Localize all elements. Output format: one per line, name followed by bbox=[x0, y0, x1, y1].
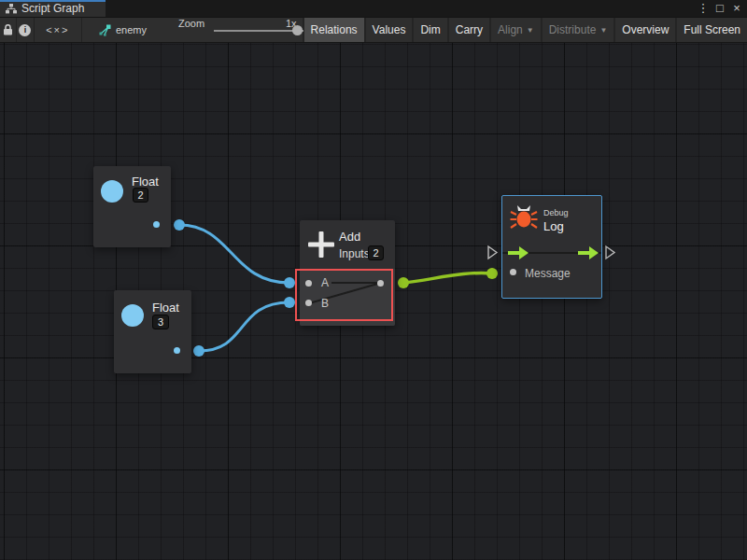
flow-in-arrow-icon[interactable] bbox=[507, 245, 529, 260]
maximize-icon[interactable]: □ bbox=[713, 0, 726, 17]
button-label: Distribute bbox=[549, 23, 597, 36]
relations-button[interactable]: Relations bbox=[303, 18, 364, 42]
graph-name: enemy bbox=[116, 24, 147, 35]
zoom-label: Zoom bbox=[178, 18, 204, 42]
dropdown-arrow-icon: ▼ bbox=[527, 26, 534, 35]
zoom-slider[interactable] bbox=[214, 18, 279, 42]
toolbar-separator bbox=[81, 18, 82, 42]
values-button[interactable]: Values bbox=[364, 18, 413, 42]
float-type-icon bbox=[121, 304, 144, 327]
node-title: Float bbox=[132, 175, 159, 189]
inputs-count-input[interactable]: 2 bbox=[368, 245, 384, 260]
node-title: Log bbox=[543, 219, 564, 233]
flow-out-arrow-icon[interactable] bbox=[577, 245, 599, 260]
float-value-input[interactable]: 3 bbox=[152, 315, 169, 329]
output-port[interactable] bbox=[153, 221, 160, 228]
node-title: Add bbox=[339, 230, 360, 244]
dropdown-arrow-icon: ▼ bbox=[599, 26, 607, 35]
add-node-header: Add Inputs 2 bbox=[300, 220, 395, 269]
output-port[interactable] bbox=[174, 347, 180, 354]
flow-output-triangle-icon[interactable] bbox=[606, 246, 614, 259]
button-label: Align bbox=[498, 23, 523, 36]
relation-lines bbox=[300, 269, 395, 326]
port-label-a: A bbox=[321, 276, 329, 289]
wire-endpoint bbox=[284, 297, 295, 308]
button-label: Relations bbox=[311, 23, 358, 36]
button-label: Full Screen bbox=[684, 23, 740, 36]
flow-input-triangle-icon[interactable] bbox=[488, 246, 497, 259]
wire-endpoint bbox=[486, 268, 498, 279]
wire-endpoint bbox=[193, 345, 204, 357]
graph-hierarchy-icon bbox=[6, 4, 17, 14]
port-label-b: B bbox=[321, 297, 329, 310]
dim-button[interactable]: Dim bbox=[412, 18, 446, 42]
align-button[interactable]: Align ▼ bbox=[489, 18, 541, 42]
lock-button[interactable] bbox=[0, 18, 16, 42]
input-port-b[interactable] bbox=[305, 300, 312, 306]
input-port-a[interactable] bbox=[305, 280, 312, 287]
graph-canvas[interactable]: Float 2 Float 3 Add Inputs 2 bbox=[0, 43, 747, 560]
tab-title: Script Graph bbox=[21, 2, 84, 15]
plus-icon bbox=[307, 231, 335, 259]
close-icon[interactable]: × bbox=[730, 0, 743, 17]
button-label: Values bbox=[373, 23, 406, 36]
inputs-label: Inputs bbox=[339, 247, 370, 260]
button-label: Carry bbox=[456, 23, 483, 36]
tab-script-graph[interactable]: Script Graph bbox=[0, 0, 106, 17]
node-float-2[interactable]: Float 3 bbox=[114, 290, 191, 373]
menu-kebab-icon[interactable]: ⋮ bbox=[697, 0, 710, 17]
tab-bar: Script Graph ⋮ □ × bbox=[0, 0, 747, 17]
window-controls: ⋮ □ × bbox=[697, 0, 743, 17]
carry-button[interactable]: Carry bbox=[447, 18, 489, 42]
graph-asset-icon bbox=[99, 24, 111, 36]
toolbar: i <×> enemy Zoom 1x Relations Values Dim… bbox=[0, 17, 747, 43]
float-type-icon bbox=[101, 180, 123, 203]
button-label: Dim bbox=[420, 23, 440, 36]
node-debug-log[interactable]: Debug Log Message bbox=[501, 195, 602, 299]
wire-endpoint bbox=[174, 219, 185, 231]
distribute-button[interactable]: Distribute ▼ bbox=[541, 18, 614, 42]
lock-icon bbox=[3, 24, 13, 35]
wire-float2-to-addB[interactable] bbox=[199, 302, 289, 351]
code-view-toggle[interactable]: <×> bbox=[34, 18, 81, 42]
graph-reference[interactable]: enemy bbox=[99, 18, 147, 42]
node-float-1[interactable]: Float 2 bbox=[93, 166, 171, 247]
wire-float1-to-addA[interactable] bbox=[179, 225, 289, 283]
add-node-body: A B bbox=[300, 269, 395, 326]
wire-endpoint bbox=[284, 277, 295, 288]
info-button[interactable]: i bbox=[17, 18, 33, 42]
input-port-message[interactable] bbox=[510, 269, 516, 275]
info-icon: i bbox=[19, 24, 31, 36]
wire-endpoint bbox=[398, 277, 409, 288]
float-value-input[interactable]: 2 bbox=[133, 188, 148, 203]
wire-add-to-log[interactable] bbox=[403, 273, 492, 283]
port-label-message: Message bbox=[525, 267, 571, 280]
node-category: Debug bbox=[543, 208, 569, 217]
debug-bug-icon bbox=[510, 204, 538, 230]
button-label: Overview bbox=[622, 23, 669, 36]
toolbar-button-group: Relations Values Dim Carry Align ▼ Distr… bbox=[303, 18, 747, 42]
node-add[interactable]: Add Inputs 2 A B bbox=[300, 220, 395, 326]
fullscreen-button[interactable]: Full Screen bbox=[675, 18, 747, 42]
zoom-slider-handle[interactable] bbox=[292, 25, 303, 35]
overview-button[interactable]: Overview bbox=[613, 18, 675, 42]
zoom-slider-track bbox=[214, 30, 303, 32]
output-port-sum[interactable] bbox=[377, 280, 384, 287]
node-title: Float bbox=[152, 301, 179, 315]
script-graph-window: Script Graph ⋮ □ × i <×> bbox=[0, 0, 747, 560]
